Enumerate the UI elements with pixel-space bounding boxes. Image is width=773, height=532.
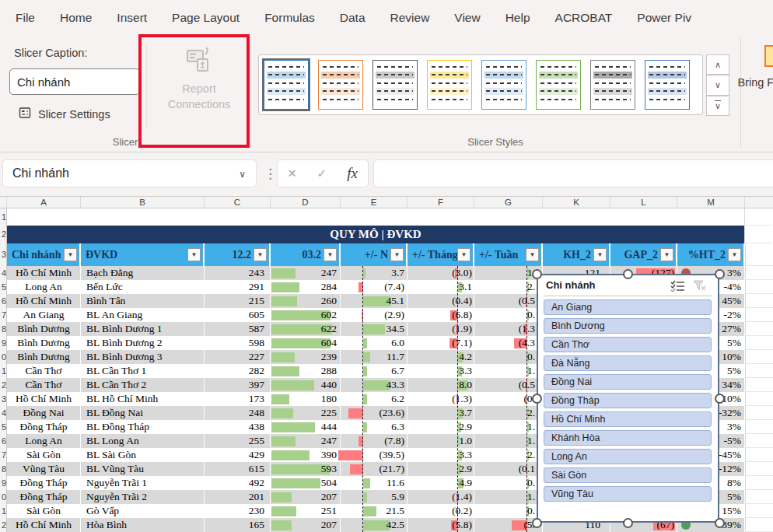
row-number[interactable]: 4 (0, 266, 7, 280)
cell-delta-month[interactable]: (1.9) (407, 322, 474, 336)
cell-delta-week[interactable]: (0.1 (474, 462, 543, 476)
cell-delta-week[interactable]: 2. (474, 280, 543, 294)
cell-branch[interactable]: Bình Dương (7, 350, 81, 364)
slicer-caption-input[interactable] (9, 68, 140, 95)
cell-unit[interactable]: BL Bình Dương 1 (81, 322, 205, 336)
cell-delta-year[interactable]: 21.5 (341, 504, 407, 518)
cell-delta-month[interactable]: (0.2) (407, 504, 474, 518)
column-header-D[interactable]: D (271, 197, 341, 208)
cell-03-2[interactable]: 593 (271, 462, 341, 476)
ribbon-tab-insert[interactable]: Insert (104, 8, 159, 28)
cell-delta-week[interactable]: 0. (474, 476, 543, 490)
row-number[interactable]: 5 (0, 420, 7, 434)
gallery-scroll-up-icon[interactable]: ∧ (706, 54, 729, 75)
ribbon-tab-home[interactable]: Home (47, 8, 104, 28)
slicer-resize-handle[interactable] (715, 394, 725, 404)
cell-unit[interactable]: BL Bình Dương 2 (81, 336, 205, 350)
row-number[interactable]: 7 (0, 308, 7, 322)
slicer-item-sài-gòn[interactable]: Sài Gòn (544, 467, 712, 483)
slicer-item-khánh-hòa[interactable]: Khánh Hòa (544, 430, 712, 446)
cell-branch[interactable]: Đồng Tháp (7, 420, 81, 434)
slicer-item-hồ-chí-minh[interactable]: Hồ Chí Minh (544, 411, 712, 427)
cell-03-2[interactable]: 604 (271, 336, 341, 350)
cell-03-2[interactable]: 207 (271, 490, 341, 504)
header-cell-GAP-2[interactable]: GAP_2▼ (610, 243, 677, 266)
filter-button-icon[interactable]: ▼ (593, 248, 607, 261)
cell-branch[interactable]: An Giang (7, 308, 81, 322)
column-header-F[interactable]: F (407, 197, 474, 208)
cell-delta-year[interactable]: (23.6) (341, 406, 407, 420)
slicer-style-dark-gray[interactable] (590, 60, 635, 110)
cell-right-strip[interactable] (745, 448, 773, 462)
cell-delta-week[interactable]: (1.3 (474, 322, 543, 336)
cell-right-strip[interactable] (745, 406, 773, 420)
slicer-style-blue[interactable] (645, 60, 690, 110)
slicer-style-light-gold[interactable] (427, 60, 472, 110)
cell-delta-year[interactable]: (7.8) (341, 434, 407, 448)
ribbon-tab-power-piv[interactable]: Power Piv (624, 8, 704, 28)
row-number[interactable]: 8 (0, 322, 7, 336)
slicer-item-bình-dương[interactable]: Bình Dương (544, 318, 712, 334)
cell-right-strip[interactable] (745, 462, 773, 476)
slicer-style-light-green[interactable] (536, 60, 581, 110)
cell-delta-year[interactable]: (21.7) (341, 462, 407, 476)
cell-branch[interactable]: Bình Dương (7, 322, 81, 336)
header-cell--VKD[interactable]: ĐVKD▼ (81, 243, 205, 266)
row-number[interactable]: 0 (0, 490, 7, 504)
cell-right-strip[interactable] (745, 434, 773, 448)
cell-branch[interactable]: Hồ Chí Minh (7, 518, 81, 532)
cell-right-strip[interactable] (745, 504, 773, 518)
filter-button-icon[interactable]: ▼ (457, 248, 470, 261)
cell-03-2[interactable]: 247 (271, 434, 341, 448)
multi-select-icon[interactable] (670, 280, 685, 295)
cell-unit[interactable]: BL Cần Thơ 1 (81, 364, 205, 378)
cell-branch[interactable]: Sài Gòn (7, 504, 81, 518)
cell-delta-month[interactable]: (0.4) (407, 294, 474, 308)
name-box[interactable]: Chi nhánh ∨ (2, 159, 257, 187)
slicer-resize-handle[interactable] (715, 269, 725, 279)
cell-03-2[interactable]: 284 (271, 280, 341, 294)
cell-delta-month[interactable]: (5.8) (407, 518, 474, 532)
row-number[interactable]: 6 (0, 294, 7, 308)
cell-right-strip[interactable] (745, 280, 773, 294)
cell-delta-year[interactable]: 6.0 (341, 336, 407, 350)
cell-delta-week[interactable]: 1. (474, 434, 543, 448)
cell-delta-week[interactable]: (0.5 (474, 294, 543, 308)
header-cell--Tu-n[interactable]: +/- Tuần▼ (474, 243, 543, 266)
row-number[interactable]: 3 (0, 392, 7, 406)
cell-delta-week[interactable]: 0. (474, 350, 543, 364)
cell-right-strip[interactable] (745, 364, 773, 378)
cell-delta-year[interactable]: 11.7 (341, 350, 407, 364)
select-all-corner[interactable] (0, 197, 7, 208)
cell-right-strip[interactable] (745, 490, 773, 504)
column-header-A[interactable]: A (7, 197, 81, 208)
row-number[interactable]: 7 (0, 448, 7, 462)
cell-branch[interactable]: Bình Dương (7, 336, 81, 350)
header-cell--HT-2[interactable]: %HT_2▼ (677, 243, 745, 266)
cell-right-strip[interactable] (745, 476, 773, 490)
cell-branch[interactable]: Đồng Tháp (7, 490, 81, 504)
slicer-resize-handle[interactable] (715, 518, 725, 528)
cell-delta-week[interactable]: (0.5 (474, 378, 543, 392)
cell-03-2[interactable]: 260 (271, 294, 341, 308)
cell-branch[interactable]: Vũng Tàu (7, 462, 81, 476)
cell-unit[interactable]: BL Vũng Tàu (81, 462, 205, 476)
cell-unit[interactable]: Nguyễn Trãi 1 (81, 476, 205, 490)
cell-03-2[interactable]: 180 (271, 392, 341, 406)
ribbon-tab-page-layout[interactable]: Page Layout (159, 8, 252, 28)
cell-12-2[interactable]: 605 (205, 308, 271, 322)
slicer-style-light-orange[interactable] (318, 60, 363, 110)
cell-delta-month[interactable]: 3.1 (407, 280, 474, 294)
cell-right-strip[interactable] (745, 308, 773, 322)
cell-delta-month[interactable]: (1.3) (407, 392, 474, 406)
row-number[interactable]: 3 (0, 243, 7, 266)
slicer-style-light-blue-2[interactable] (481, 60, 526, 110)
name-box-dropdown-icon[interactable]: ∨ (239, 161, 246, 187)
slicer-resize-handle[interactable] (532, 394, 542, 404)
cell-03-2[interactable]: 602 (271, 308, 341, 322)
ribbon-tab-data[interactable]: Data (327, 8, 378, 28)
row-number[interactable]: 9 (0, 336, 7, 350)
row-number[interactable]: 9 (0, 476, 7, 490)
slicer-style-light-blue[interactable] (264, 60, 309, 110)
cell-unit[interactable]: Gò Vấp (81, 504, 205, 518)
